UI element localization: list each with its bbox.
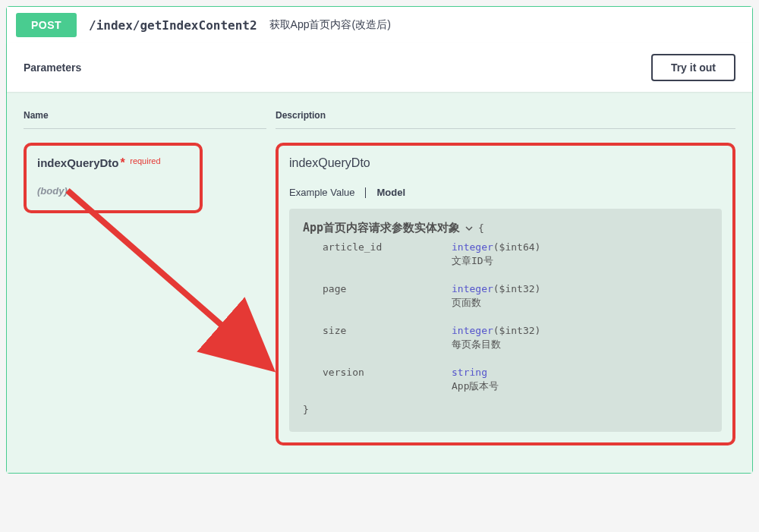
model-property-name: article_id bbox=[323, 241, 452, 268]
model-property-desc: 页面数 bbox=[452, 296, 540, 310]
operation-header[interactable]: POST /index/getIndexContent2 获取App首页内容(改… bbox=[7, 7, 752, 43]
tab-model[interactable]: Model bbox=[376, 187, 405, 198]
param-required-star: * bbox=[121, 156, 125, 169]
name-column-header: Name bbox=[24, 110, 266, 129]
param-name: indexQueryDto bbox=[37, 156, 119, 169]
model-property-type: integer($int64) bbox=[452, 241, 540, 253]
model-close-brace: } bbox=[303, 404, 708, 415]
description-column-header: Description bbox=[276, 110, 735, 129]
model-panel: App首页内容请求参数实体对象 { article_idinteger($int… bbox=[289, 209, 722, 432]
model-property-name: page bbox=[323, 283, 452, 310]
tab-divider bbox=[365, 187, 366, 198]
param-name-cell: indexQueryDto* required (body) bbox=[24, 143, 266, 445]
model-property: versionstringApp版本号 bbox=[323, 367, 708, 393]
parameters-section-header: Parameters Try it out bbox=[7, 43, 752, 92]
model-property-desc: 每页条目数 bbox=[452, 338, 540, 351]
model-title: App首页内容请求参数实体对象 bbox=[303, 221, 460, 235]
model-property: sizeinteger($int32)每页条目数 bbox=[323, 325, 708, 351]
model-open-brace: { bbox=[478, 222, 484, 234]
chevron-down-icon[interactable] bbox=[465, 224, 474, 233]
model-property-type: integer($int32) bbox=[452, 325, 540, 336]
model-property: pageinteger($int32)页面数 bbox=[323, 283, 708, 310]
model-property-desc: 文章ID号 bbox=[452, 254, 540, 268]
param-desc-cell: indexQueryDto Example Value Model App首页内… bbox=[276, 143, 735, 445]
model-property-type: string bbox=[452, 367, 499, 378]
parameters-body: Name Description indexQueryDto* required… bbox=[7, 92, 752, 473]
endpoint-summary: 获取App首页内容(改造后) bbox=[269, 18, 391, 32]
model-property-type: integer($int32) bbox=[452, 283, 540, 294]
model-property-desc: App版本号 bbox=[452, 379, 499, 393]
parameters-title: Parameters bbox=[24, 61, 81, 74]
method-badge: POST bbox=[16, 13, 77, 37]
param-location: (body) bbox=[37, 185, 189, 197]
param-required-label: required bbox=[130, 156, 160, 165]
param-desc-highlight-box: indexQueryDto Example Value Model App首页内… bbox=[276, 143, 735, 445]
param-name-highlight-box: indexQueryDto* required (body) bbox=[24, 143, 203, 213]
model-property-name: version bbox=[323, 367, 452, 393]
endpoint-path: /index/getIndexContent2 bbox=[89, 18, 257, 33]
param-desc-title: indexQueryDto bbox=[289, 156, 722, 170]
try-it-out-button[interactable]: Try it out bbox=[651, 54, 735, 81]
tab-example-value[interactable]: Example Value bbox=[289, 187, 354, 198]
parameters-section: Parameters Try it out Name Description i… bbox=[7, 43, 752, 473]
model-property-name: size bbox=[323, 325, 452, 351]
model-property: article_idinteger($int64)文章ID号 bbox=[323, 241, 708, 268]
schema-tabs: Example Value Model bbox=[289, 187, 722, 198]
operation-block: POST /index/getIndexContent2 获取App首页内容(改… bbox=[6, 6, 753, 474]
